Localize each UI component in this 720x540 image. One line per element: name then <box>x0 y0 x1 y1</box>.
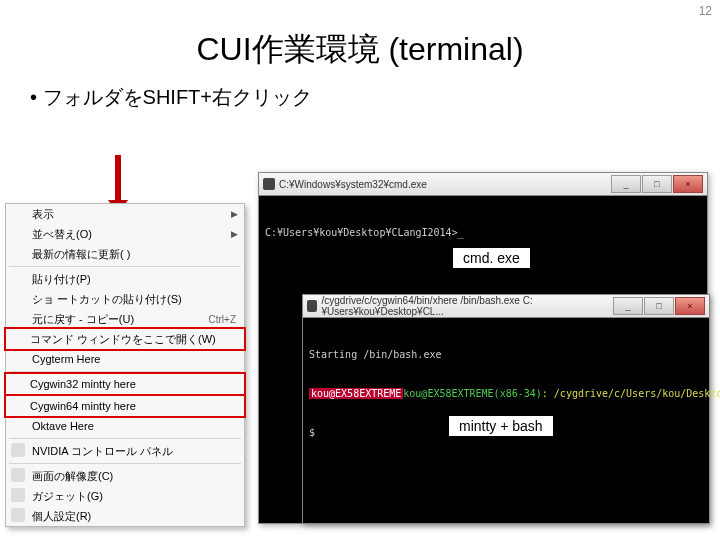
context-menu-item[interactable]: コマンド ウィンドウをここで開く(W) <box>4 327 246 351</box>
context-menu-item[interactable]: 最新の情報に更新( ) <box>6 244 244 264</box>
menu-item-label: Cygwin32 mintty here <box>30 378 136 390</box>
menu-item-label: 表示 <box>32 207 54 222</box>
context-menu-item[interactable]: ショ ートカットの貼り付け(S) <box>6 289 244 309</box>
context-menu-item[interactable]: 貼り付け(P) <box>6 269 244 289</box>
nv-icon <box>11 443 25 457</box>
mintty-titlebar: /cygdrive/c/cygwin64/bin/xhere /bin/bash… <box>303 295 709 318</box>
maximize-button[interactable]: □ <box>644 297 674 315</box>
context-menu-item[interactable]: ガジェット(G) <box>6 486 244 506</box>
cmd-titlebar: C:¥Windows¥system32¥cmd.exe _ □ × <box>259 173 707 196</box>
context-menu-item[interactable]: NVIDIA コントロール パネル <box>6 441 244 461</box>
cmd-title-text: C:¥Windows¥system32¥cmd.exe <box>279 179 427 190</box>
g-icon <box>11 488 25 502</box>
context-menu-item[interactable]: Cygwin32 mintty here <box>4 372 246 396</box>
close-button[interactable]: × <box>673 175 703 193</box>
menu-separator <box>9 266 241 267</box>
menu-separator <box>9 438 241 439</box>
mintty-line2: kou@EX58EXTREMEkou@EX58EXTREME(x86-34): … <box>309 387 703 400</box>
context-menu-item[interactable]: 個人設定(R) <box>6 506 244 526</box>
arrow-down <box>115 155 121 200</box>
mintty-body: Starting /bin/bash.exe kou@EX58EXTREMEko… <box>303 318 709 469</box>
mintty-line1: Starting /bin/bash.exe <box>309 348 703 361</box>
menu-item-label: 元に戻す - コピー(U) <box>32 312 134 327</box>
d-icon <box>11 468 25 482</box>
menu-item-label: Cygterm Here <box>32 353 100 365</box>
context-menu-item[interactable]: 表示▶ <box>6 204 244 224</box>
context-menu-item[interactable]: Cygwin64 mintty here <box>4 394 246 418</box>
callout-cmd: cmd. exe <box>452 247 531 269</box>
menu-item-label: 画面の解像度(C) <box>32 469 113 484</box>
context-menu-item[interactable]: 元に戻す - コピー(U)Ctrl+Z <box>6 309 244 329</box>
mintty-title-text: /cygdrive/c/cygwin64/bin/xhere /bin/bash… <box>321 295 613 317</box>
context-menu: 表示▶並べ替え(O)▶最新の情報に更新( ) 貼り付け(P)ショ ートカットの貼… <box>5 203 245 527</box>
menu-item-label: ガジェット(G) <box>32 489 103 504</box>
context-menu-item[interactable]: Oktave Here <box>6 416 244 436</box>
chevron-right-icon: ▶ <box>231 209 238 219</box>
cmd-icon <box>263 178 275 190</box>
bullet-text: • フォルダをSHIFT+右クリック <box>30 84 720 111</box>
callout-mintty: mintty + bash <box>448 415 554 437</box>
close-button[interactable]: × <box>675 297 705 315</box>
page-number: 12 <box>699 4 712 18</box>
menu-item-label: ショ ートカットの貼り付け(S) <box>32 292 182 307</box>
p-icon <box>11 508 25 522</box>
mintty-window: /cygdrive/c/cygwin64/bin/xhere /bin/bash… <box>302 294 710 524</box>
menu-shortcut: Ctrl+Z <box>209 314 237 325</box>
menu-separator <box>9 463 241 464</box>
minimize-button[interactable]: _ <box>611 175 641 193</box>
chevron-right-icon: ▶ <box>231 229 238 239</box>
context-menu-item[interactable]: Cygterm Here <box>6 349 244 369</box>
context-menu-item[interactable]: 画面の解像度(C) <box>6 466 244 486</box>
menu-item-label: 最新の情報に更新( ) <box>32 247 130 262</box>
menu-item-label: Oktave Here <box>32 420 94 432</box>
minimize-button[interactable]: _ <box>613 297 643 315</box>
menu-item-label: Cygwin64 mintty here <box>30 400 136 412</box>
context-menu-item[interactable]: 並べ替え(O)▶ <box>6 224 244 244</box>
cmd-prompt-line: C:¥Users¥kou¥Desktop¥CLangI2014>_ <box>265 226 701 239</box>
mintty-icon <box>307 300 317 312</box>
maximize-button[interactable]: □ <box>642 175 672 193</box>
slide-title: CUI作業環境 (terminal) <box>0 28 720 72</box>
menu-item-label: 貼り付け(P) <box>32 272 91 287</box>
menu-item-label: NVIDIA コントロール パネル <box>32 444 173 459</box>
menu-item-label: 個人設定(R) <box>32 509 91 524</box>
menu-item-label: 並べ替え(O) <box>32 227 92 242</box>
menu-item-label: コマンド ウィンドウをここで開く(W) <box>30 332 216 347</box>
